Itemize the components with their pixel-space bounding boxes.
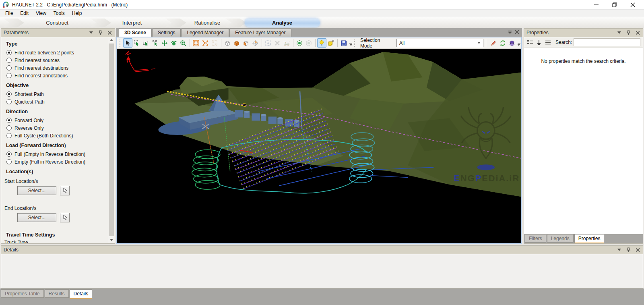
categorized-icon[interactable] [526, 39, 534, 46]
tab-filters[interactable]: Filters [525, 234, 546, 243]
menu-view[interactable]: View [32, 10, 50, 17]
select-polygon-icon[interactable] [142, 38, 151, 48]
ribbon-tab-analyse[interactable]: Analyse [252, 17, 312, 28]
zoom-extents-icon[interactable] [192, 38, 201, 48]
tab-feature-layer-manager[interactable]: Feature Layer Manager [229, 28, 291, 37]
menu-edit[interactable]: Edit [17, 10, 32, 17]
scroll-down-arrow[interactable] [108, 237, 114, 243]
select-fence-icon[interactable] [151, 38, 160, 48]
sort-descending-icon[interactable] [535, 39, 543, 46]
menu-tools[interactable]: Tools [50, 10, 68, 17]
pan-icon[interactable] [160, 38, 169, 48]
close-panel-icon[interactable] [107, 30, 112, 35]
lights-icon[interactable] [317, 38, 326, 48]
fit-selection-icon[interactable] [264, 38, 273, 48]
import-layers-icon[interactable] [507, 38, 516, 48]
parameters-scrollbar[interactable] [108, 37, 114, 243]
window-title: HAULNET 2.2 - C:\EngPedia\EngPedia.hnm -… [12, 2, 128, 8]
radio-find-route[interactable]: Find route between 2 points [6, 49, 108, 56]
end-select-button[interactable]: Select... [17, 213, 56, 222]
refresh-icon[interactable] [498, 38, 507, 48]
end-location-label: End Location/s [4, 205, 108, 211]
render-quality-icon[interactable] [295, 38, 304, 48]
scroll-up-arrow[interactable] [108, 37, 114, 43]
chevron-decoration [3, 19, 24, 27]
radio-forward-only[interactable]: Forward Only [6, 116, 108, 124]
start-location-label: Start Location/s [4, 178, 108, 184]
tab-results[interactable]: Results [45, 289, 69, 298]
radio-shortest-path[interactable]: Shortest Path [6, 90, 108, 98]
ribbon-tab-construct[interactable]: Construct [27, 17, 87, 28]
render-quality-off-icon[interactable] [304, 38, 314, 48]
panel-menu-icon[interactable] [88, 30, 94, 35]
zoom-selection-icon[interactable] [210, 38, 219, 48]
title-bar: HAULNET 2.2 - C:\EngPedia\EngPedia.hnm -… [0, 0, 644, 10]
search-input[interactable] [574, 38, 640, 46]
tab-legend-manager[interactable]: Legend Manager [181, 28, 229, 37]
minimize-button[interactable] [587, 0, 605, 9]
zoom-icon[interactable] [179, 38, 188, 48]
display-octahedron-icon[interactable] [251, 38, 260, 48]
zoom-data-icon[interactable] [201, 38, 210, 48]
snapshot-icon[interactable] [282, 38, 291, 48]
radio-load-empty[interactable]: Empty (Full in Reverse Direction) [6, 158, 108, 166]
tab-properties-table[interactable]: Properties Table [1, 289, 44, 298]
truck-type-label: Truck Type [4, 240, 108, 243]
alphabetical-icon[interactable] [544, 39, 551, 46]
selection-mode-dropdown[interactable]: All [396, 39, 483, 47]
pin-icon[interactable] [625, 247, 631, 253]
ribbon-tab-interpret[interactable]: Interpret [102, 17, 162, 28]
display-solid-icon[interactable] [232, 38, 242, 48]
edit-pencil-icon[interactable] [489, 38, 498, 48]
tab-details[interactable]: Details [70, 289, 93, 299]
display-wireframe-icon[interactable] [223, 38, 232, 48]
select-window-icon[interactable] [132, 38, 142, 48]
close-document-icon[interactable] [515, 29, 519, 35]
toolbar-overflow-icon[interactable] [349, 43, 353, 46]
menu-help[interactable]: Help [68, 10, 86, 17]
pin-icon[interactable] [97, 30, 103, 35]
pin-icon[interactable] [625, 30, 631, 35]
panel-menu-icon[interactable] [616, 247, 622, 253]
radio-reverse-only[interactable]: Reverse Only [6, 124, 108, 132]
radio-nearest-annotations[interactable]: Find nearest annotations [6, 72, 108, 79]
radio-icon [6, 125, 12, 131]
display-mixed-icon[interactable] [242, 38, 251, 48]
tab-settings[interactable]: Settings [152, 28, 181, 37]
save-image-icon[interactable] [339, 38, 349, 48]
details-panel-title: Details [4, 247, 19, 253]
radio-full-cycle[interactable]: Full Cycle (Both Directions) [6, 132, 108, 139]
restore-button[interactable] [605, 0, 623, 9]
clear-selection-icon[interactable] [273, 38, 282, 48]
close-panel-icon[interactable] [635, 30, 640, 35]
scrollbar-thumb[interactable] [109, 44, 114, 236]
start-select-button[interactable]: Select... [17, 186, 56, 195]
close-button[interactable] [623, 0, 642, 9]
radio-quickest-path[interactable]: Quickest Path [6, 98, 108, 106]
tab-properties[interactable]: Properties [574, 234, 605, 243]
3d-viewport[interactable]: ENGPEDiA.iR [117, 49, 521, 243]
ribbon-tab-rationalise[interactable]: Rationalise [177, 17, 237, 28]
menu-bar: File Edit View Tools Help [0, 10, 644, 17]
tab-3d-scene[interactable]: 3D Scene [119, 28, 152, 37]
close-panel-icon[interactable] [635, 247, 640, 253]
tab-legends[interactable]: Legends [547, 234, 574, 243]
radio-load-full[interactable]: Full (Empty in Reverse Direction) [6, 150, 108, 158]
toolbar-grip[interactable] [120, 39, 122, 47]
radio-nearest-sources[interactable]: Find nearest sources [6, 56, 108, 64]
radio-nearest-destinations[interactable]: Find nearest destinations [6, 64, 108, 72]
orbit-icon[interactable] [169, 38, 179, 48]
section-heading-type: Type [6, 41, 108, 47]
radio-icon [6, 91, 12, 97]
chevron-down-icon [477, 42, 481, 44]
toolbar-overflow-icon[interactable] [517, 43, 520, 46]
start-pick-button[interactable] [60, 186, 70, 195]
end-pick-button[interactable] [60, 213, 70, 222]
radio-icon [6, 58, 12, 63]
menu-file[interactable]: File [2, 10, 17, 17]
annotation-note-icon[interactable] [326, 38, 336, 48]
select-icon[interactable] [123, 38, 132, 48]
panel-menu-icon[interactable] [616, 30, 622, 35]
tab-list-icon[interactable] [508, 29, 512, 35]
radio-icon [6, 73, 12, 78]
